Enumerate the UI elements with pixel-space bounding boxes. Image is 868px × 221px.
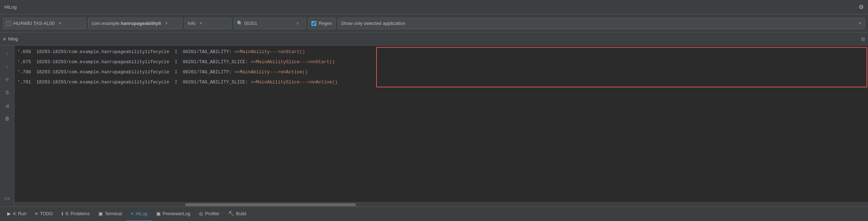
log-line[interactable]: '.650 18293-18293/com.example.hanrupagea…: [14, 47, 868, 57]
previewerlog-icon: ▣: [156, 211, 161, 216]
log-container: ↑ ↓ ≑ ⇅ 🖨 🗑 >> '.650 18293-18293/com.exa…: [0, 46, 868, 207]
regex-toggle[interactable]: Regex: [308, 18, 336, 29]
tab-run-label: 4: Run: [13, 211, 26, 216]
search-icon: 🔍: [237, 21, 243, 26]
terminal-icon: ▣: [98, 211, 103, 216]
log-line[interactable]: '.701 18293-18293/com.example.hanrupagea…: [14, 77, 868, 87]
log-lines-container: '.650 18293-18293/com.example.hanrupagea…: [14, 46, 868, 89]
panel-grid-icon[interactable]: ⊞: [861, 36, 865, 42]
main-window: HiLog ⚙ □ HUAWEI TAS-AL00 ▼ com.example.…: [0, 0, 868, 221]
tab-todo-label: TODO: [40, 211, 53, 216]
bottom-tab-bar: ▶ 4: Run ≡ TODO ℹ 6: Problems ▣ Terminal…: [0, 207, 868, 221]
scrollbar-thumb[interactable]: [185, 203, 356, 206]
filter-button[interactable]: ≑: [2, 74, 12, 84]
profiler-icon: ◎: [199, 211, 203, 216]
tab-terminal-label: Terminal: [105, 211, 122, 216]
level-chevron-icon: ▼: [199, 21, 203, 25]
sort-button[interactable]: ⇅: [2, 87, 12, 98]
level-dropdown[interactable]: Info ▼: [184, 18, 231, 29]
regex-label: Regex: [319, 21, 332, 26]
tab-hilog-label: HiLog: [136, 211, 148, 216]
scroll-down-button[interactable]: ↓: [2, 61, 12, 72]
todo-icon: ≡: [35, 211, 38, 216]
log-line[interactable]: '.700 18293-18293/com.example.hanrupagea…: [14, 67, 868, 77]
horizontal-scrollbar[interactable]: [14, 202, 868, 207]
log-line-text: '.650 18293-18293/com.example.hanrupagea…: [17, 47, 305, 57]
tab-profiler[interactable]: ◎ Profiler: [195, 207, 224, 221]
print-button[interactable]: 🖨: [2, 100, 12, 110]
tab-profiler-label: Profiler: [205, 211, 220, 216]
device-chevron-icon: ▼: [58, 21, 62, 25]
log-line[interactable]: '.675 18293-18293/com.example.hanrupagea…: [14, 57, 868, 67]
tab-previewerlog[interactable]: ▣ PreviewerLog: [152, 207, 195, 221]
problems-icon: ℹ: [61, 211, 63, 216]
hilog-tab-icon: ≡: [131, 211, 133, 216]
device-label: HUAWEI TAS-AL00: [13, 21, 55, 26]
level-label: Info: [188, 21, 196, 26]
scroll-up-button[interactable]: ↑: [2, 48, 12, 58]
log-line-text: '.701 18293-18293/com.example.hanrupagea…: [17, 77, 337, 87]
app-chevron-icon: ▼: [165, 21, 168, 25]
tab-hilog[interactable]: ≡ HiLog: [126, 207, 152, 221]
log-sidebar: ↑ ↓ ≑ ⇅ 🖨 🗑 >>: [0, 46, 14, 207]
log-content-area: '.650 18293-18293/com.example.hanrupagea…: [14, 46, 868, 207]
title-bar: HiLog ⚙: [0, 0, 868, 14]
tab-terminal[interactable]: ▣ Terminal: [94, 207, 126, 221]
tab-todo[interactable]: ≡ TODO: [31, 207, 57, 221]
regex-checkbox[interactable]: [311, 21, 316, 26]
show-only-chevron-icon: ▼: [858, 21, 862, 25]
hilog-title-group: ≡ hilog: [3, 36, 18, 42]
expand-panel-button[interactable]: >>: [2, 194, 12, 204]
show-only-label: Show only selected application: [341, 21, 405, 26]
clear-search-button[interactable]: ×: [296, 21, 299, 26]
menu-icon: ≡: [3, 36, 6, 42]
show-only-dropdown[interactable]: Show only selected application ▼: [338, 18, 865, 29]
search-input[interactable]: [244, 21, 295, 26]
device-icon: □: [6, 21, 11, 26]
app-label: com.example.hanrupageabilityli: [92, 21, 161, 26]
app-dropdown[interactable]: com.example.hanrupageabilityli ▼: [88, 18, 182, 29]
settings-icon[interactable]: ⚙: [859, 4, 864, 10]
tab-build-label: Build: [236, 211, 246, 216]
delete-button[interactable]: 🗑: [2, 113, 12, 124]
tab-previewerlog-label: PreviewerLog: [163, 211, 190, 216]
hilog-header: ≡ hilog ⊞: [0, 32, 868, 46]
log-line-text: '.675 18293-18293/com.example.hanrupagea…: [17, 57, 335, 67]
log-line-text: '.700 18293-18293/com.example.hanrupagea…: [17, 67, 308, 77]
device-dropdown[interactable]: □ HUAWEI TAS-AL00 ▼: [3, 18, 86, 29]
hilog-panel-title: hilog: [8, 36, 18, 42]
run-icon: ▶: [7, 211, 11, 216]
tab-problems[interactable]: ℹ 6: Problems: [57, 207, 94, 221]
search-box: 🔍 ×: [234, 18, 306, 29]
tab-build[interactable]: 🔨 Build: [224, 207, 251, 221]
tab-problems-label: 6: Problems: [65, 211, 90, 216]
build-icon: 🔨: [228, 211, 234, 216]
tab-run[interactable]: ▶ 4: Run: [3, 207, 31, 221]
window-title: HiLog: [4, 4, 17, 10]
toolbar: □ HUAWEI TAS-AL00 ▼ com.example.hanrupag…: [0, 14, 868, 32]
